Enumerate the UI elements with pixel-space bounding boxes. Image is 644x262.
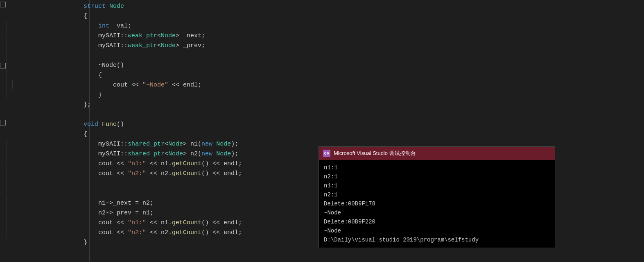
line-gutter (0, 21, 82, 31)
code-token: ); (231, 150, 238, 157)
code-token: "n2:" (128, 170, 146, 177)
fold-button[interactable]: − (0, 2, 6, 7)
code-token: Node (109, 3, 124, 10)
indent-guide (7, 80, 12, 90)
code-token: << n2. (146, 229, 172, 236)
console-output-line: ~Node (324, 208, 550, 217)
code-token: n1->_next = n2; (84, 200, 154, 207)
code-token: getCount (172, 229, 201, 236)
indent-guide (7, 41, 12, 51)
console-output-line: ~Node (324, 226, 550, 235)
console-icon-text: cv (324, 151, 329, 156)
line-gutter (0, 90, 82, 100)
code-token: Node (161, 42, 176, 49)
indent-guide (7, 179, 12, 189)
code-token: "n1:" (128, 160, 146, 167)
code-line (0, 51, 644, 61)
line-gutter (0, 80, 82, 90)
code-token: mySAII:: (84, 150, 128, 157)
indent-guide (7, 189, 12, 198)
indent-guide (7, 51, 12, 61)
code-token (212, 150, 216, 157)
code-editor: −struct Node{ int _val; mySAII::weak_ptr… (0, 0, 644, 262)
code-content: int _val; (82, 21, 644, 31)
console-output-line: Delete:00B9F220 (324, 217, 550, 226)
line-gutter (0, 31, 82, 41)
code-token: () (117, 121, 124, 128)
console-titlebar: cv Microsoft Visual Studio 调试控制台 (319, 147, 555, 160)
code-content: } (82, 90, 644, 100)
code-line: { (0, 71, 644, 80)
code-content: { (82, 71, 644, 80)
line-gutter: − (0, 120, 82, 125)
indent-guide (7, 71, 12, 80)
indent-guide (7, 31, 12, 41)
line-gutter (0, 51, 82, 61)
code-token (212, 141, 216, 148)
code-token: > _next; (176, 32, 205, 39)
code-token: mySAII:: (84, 32, 128, 39)
line-gutter (0, 228, 82, 238)
indent-guide (7, 139, 12, 149)
code-line: −struct Node (0, 2, 644, 11)
code-token: n2->_prev = n1; (84, 210, 154, 216)
code-token: mySAII:: (84, 42, 128, 49)
line-gutter (0, 149, 82, 159)
code-token: "n1:" (128, 219, 146, 226)
code-token: "~Node" (142, 82, 168, 89)
code-line: { (0, 130, 644, 139)
code-token: ); (231, 141, 238, 148)
console-output-line: Delete:00B9F178 (324, 199, 550, 208)
code-token: Node (161, 32, 176, 39)
code-token: cout << (84, 170, 128, 177)
code-token: () << endl; (201, 219, 242, 226)
code-line: mySAII::weak_ptr<Node> _next; (0, 31, 644, 41)
code-token: int (84, 23, 109, 30)
code-token: cout << (84, 229, 128, 236)
code-line: −void Func() (0, 120, 644, 130)
console-footer: D:\Daily\visual_studio_2019\program\self… (324, 235, 550, 244)
fold-button[interactable]: − (0, 120, 6, 125)
code-token: } (84, 239, 87, 246)
code-token: shared_ptr (128, 150, 165, 157)
code-token: ~Node() (84, 62, 124, 69)
line-gutter (0, 139, 82, 149)
indent-guide (7, 198, 12, 208)
code-token: << endl; (168, 82, 201, 89)
console-body: n1:1n2:1n1:1n2:1Delete:00B9F178~NodeDele… (319, 160, 555, 248)
indent-guide (7, 21, 12, 31)
code-token: > _prev; (176, 42, 205, 49)
code-token: mySAII:: (84, 141, 128, 148)
code-token: > n2( (183, 150, 201, 157)
code-token: () << endl; (201, 160, 242, 167)
line-gutter (0, 169, 82, 179)
console-output-line: n2:1 (324, 172, 550, 181)
code-token: cout << (84, 160, 128, 167)
code-token: getCount (172, 170, 201, 177)
fold-button[interactable]: − (0, 63, 6, 68)
code-token: weak_ptr (128, 42, 157, 49)
code-token: Node (216, 150, 231, 157)
code-token: { (84, 72, 102, 79)
line-gutter (0, 71, 82, 80)
code-token: cout << (84, 219, 128, 226)
console-app-icon: cv (323, 150, 330, 157)
code-token: new (201, 141, 212, 148)
code-token: getCount (172, 160, 201, 167)
code-token: < (157, 32, 161, 39)
code-token: _val; (109, 23, 131, 30)
code-line: mySAII::weak_ptr<Node> _prev; (0, 41, 644, 51)
line-gutter (0, 159, 82, 169)
code-content: { (82, 130, 644, 139)
console-output-line: n1:1 (324, 181, 550, 190)
code-token: Node (216, 141, 231, 148)
indent-guide (7, 169, 12, 179)
code-line: − ~Node() (0, 61, 644, 71)
code-token: getCount (172, 219, 201, 226)
code-token: "n2:" (128, 229, 146, 236)
code-line: } (0, 90, 644, 100)
code-content: ~Node() (82, 61, 644, 71)
line-gutter (0, 189, 82, 198)
line-gutter (0, 218, 82, 228)
indent-guide (12, 80, 18, 90)
